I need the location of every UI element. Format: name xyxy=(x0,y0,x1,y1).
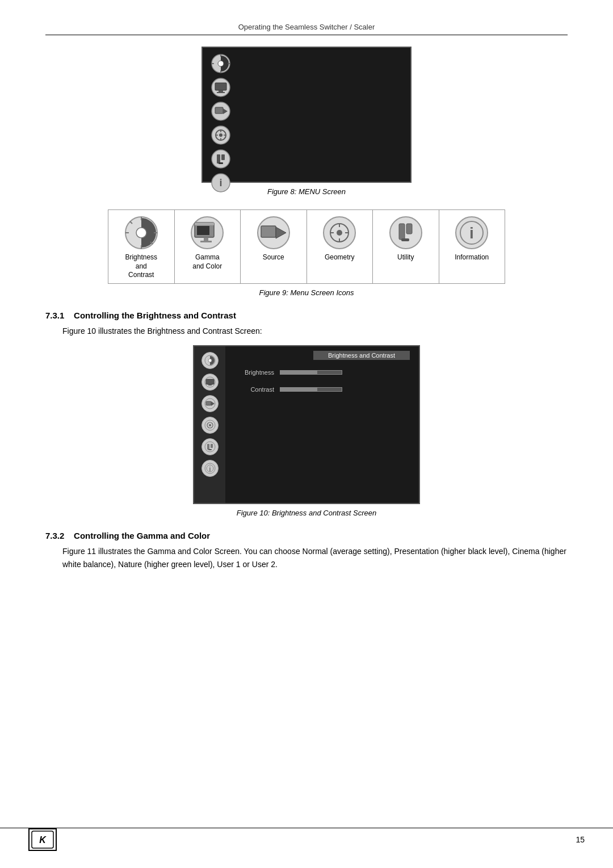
svg-rect-70 xyxy=(211,444,213,448)
sidebar-icon-2 xyxy=(201,374,219,391)
svg-rect-11 xyxy=(215,107,223,114)
figure9-container: BrightnessandContrast Gammaand Color xyxy=(45,209,568,297)
svg-rect-36 xyxy=(195,223,214,225)
svg-rect-71 xyxy=(208,449,212,450)
menu-screen: i xyxy=(201,47,412,183)
svg-rect-37 xyxy=(204,237,208,241)
svg-text:i: i xyxy=(469,224,474,242)
menu-icon-5 xyxy=(211,149,231,169)
section-732-title: Controlling the Gamma and Color xyxy=(74,531,210,540)
icon-cell-gamma: Gammaand Color xyxy=(174,210,241,284)
figure8-container: i Figure 8: MENU Screen xyxy=(45,47,568,196)
information-icon: i xyxy=(454,215,490,251)
figure10-caption: Figure 10: Brightness and Contrast Scree… xyxy=(237,509,376,517)
svg-point-50 xyxy=(390,217,422,249)
svg-rect-8 xyxy=(219,90,223,92)
svg-rect-63 xyxy=(206,401,211,405)
svg-rect-39 xyxy=(197,226,209,235)
icon-cell-utility: Utility xyxy=(373,210,439,284)
icon-cell-information: i Information xyxy=(439,210,505,284)
page-footer: K 15 xyxy=(0,828,613,851)
icon-cell-source: Source xyxy=(241,210,307,284)
figure8-caption: Figure 8: MENU Screen xyxy=(267,187,346,196)
svg-point-20 xyxy=(212,150,230,168)
svg-point-45 xyxy=(337,230,342,236)
svg-rect-53 xyxy=(401,238,409,241)
sidebar-icon-4 xyxy=(201,417,219,434)
svg-point-67 xyxy=(209,424,211,426)
icon-label-geometry: Geometry xyxy=(309,253,371,262)
menu-icon-1 xyxy=(211,53,231,74)
contrast-slider xyxy=(280,387,342,392)
bc-main: Brightness and Contrast Brightness Contr… xyxy=(225,346,419,503)
utility-icon xyxy=(388,215,424,251)
svg-rect-23 xyxy=(219,162,223,164)
header-title: Operating the Seamless Switcher / Scaler xyxy=(238,23,375,31)
section-731-heading: 7.3.1 Controlling the Brightness and Con… xyxy=(45,311,568,320)
sidebar-icon-6: i xyxy=(201,460,219,477)
contrast-label: Contrast xyxy=(234,386,274,393)
kramer-logo: K xyxy=(28,828,57,851)
page-number: 15 xyxy=(576,835,585,844)
contrast-slider-fill xyxy=(280,388,317,391)
svg-rect-41 xyxy=(261,226,276,237)
section-732-number: 7.3.2 xyxy=(45,531,64,540)
brightness-label: Brightness xyxy=(234,369,274,376)
brightness-row: Brightness xyxy=(234,369,410,376)
gamma-color-icon xyxy=(189,215,225,251)
svg-point-15 xyxy=(219,133,222,137)
svg-rect-52 xyxy=(406,224,412,234)
geometry-icon xyxy=(321,215,358,251)
icon-label-source: Source xyxy=(243,253,304,262)
bc-title-bar: Brightness and Contrast xyxy=(313,351,410,360)
icon-label-gamma: Gammaand Color xyxy=(177,253,238,271)
svg-rect-51 xyxy=(399,224,405,240)
section-732-body: Figure 11 illustrates the Gamma and Colo… xyxy=(45,545,568,571)
svg-point-58 xyxy=(208,359,212,362)
section-731-number: 7.3.1 xyxy=(45,311,64,320)
brightness-contrast-icon xyxy=(123,215,159,251)
menu-icon-2 xyxy=(211,77,231,98)
icons-table: BrightnessandContrast Gammaand Color xyxy=(108,209,505,284)
page-header: Operating the Seamless Switcher / Scaler xyxy=(45,23,568,35)
svg-rect-61 xyxy=(208,384,212,385)
svg-rect-69 xyxy=(207,444,209,450)
figure10-container: i Brightness and Contrast Brightness Con… xyxy=(45,345,568,517)
figure9-caption: Figure 9: Menu Screen Icons xyxy=(259,288,354,297)
page-container: Operating the Seamless Switcher / Scaler xyxy=(0,0,613,868)
svg-point-68 xyxy=(205,442,215,452)
brightness-slider xyxy=(280,370,342,375)
svg-text:i: i xyxy=(209,466,211,472)
svg-text:i: i xyxy=(219,177,222,188)
svg-rect-21 xyxy=(217,154,220,163)
svg-point-1 xyxy=(218,61,224,66)
svg-point-27 xyxy=(136,228,146,238)
section-732-heading: 7.3.2 Controlling the Gamma and Color xyxy=(45,531,568,540)
contrast-row: Contrast xyxy=(234,386,410,393)
svg-rect-7 xyxy=(215,83,226,90)
bc-sidebar: i xyxy=(194,346,225,503)
icon-label-information: Information xyxy=(442,253,503,262)
menu-icon-4 xyxy=(211,125,231,145)
icon-cell-geometry: Geometry xyxy=(306,210,373,284)
source-icon xyxy=(255,215,292,251)
icon-cell-brightness: BrightnessandContrast xyxy=(108,210,175,284)
icon-label-utility: Utility xyxy=(375,253,436,262)
bc-screen: i Brightness and Contrast Brightness Con… xyxy=(193,345,420,504)
sidebar-icon-3 xyxy=(201,395,219,412)
menu-icon-6: i xyxy=(211,173,231,193)
sidebar-icon-1 xyxy=(201,352,219,369)
menu-icon-3 xyxy=(211,101,231,121)
svg-rect-22 xyxy=(221,154,225,160)
section-731-body: Figure 10 illustrates the Brightness and… xyxy=(45,325,568,337)
svg-rect-60 xyxy=(206,379,214,384)
svg-rect-38 xyxy=(200,241,212,242)
sidebar-icon-5 xyxy=(201,438,219,455)
section-731-title: Controlling the Brightness and Contrast xyxy=(74,311,236,320)
svg-text:K: K xyxy=(39,835,47,845)
icon-label-brightness: BrightnessandContrast xyxy=(111,253,172,280)
brightness-slider-fill xyxy=(280,371,317,374)
svg-rect-9 xyxy=(217,92,225,93)
